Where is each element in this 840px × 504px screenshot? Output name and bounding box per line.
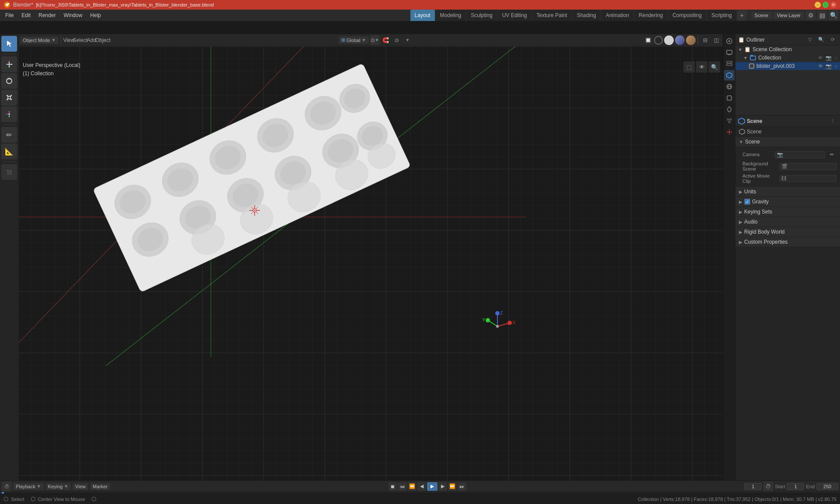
outliner-filter-btn[interactable]: ▽: [805, 35, 815, 45]
outliner-sync-btn[interactable]: ⟳: [828, 35, 837, 45]
collection-camera-icon[interactable]: 📷: [826, 55, 832, 61]
tool-rotate[interactable]: [1, 73, 17, 89]
prev-frame-btn[interactable]: ◀: [417, 482, 426, 491]
custom-props-toggle[interactable]: ▶ Custom Properties: [735, 237, 840, 247]
properties-options-btn[interactable]: ⋮: [828, 116, 837, 126]
proportional-edit-btn[interactable]: ⊙: [392, 35, 402, 45]
show-gizmo-btn[interactable]: 🔲: [643, 35, 653, 45]
view-menu-timeline-btn[interactable]: View: [73, 483, 88, 490]
view-layer-selector[interactable]: View Layer: [774, 12, 804, 19]
keying-sets-section-toggle[interactable]: ▶ Keying Sets: [735, 207, 840, 217]
background-scene-value[interactable]: 🎬: [779, 163, 836, 170]
stop-btn[interactable]: ⏹: [388, 482, 397, 491]
start-frame-input[interactable]: [787, 483, 804, 490]
tab-rendering[interactable]: Rendering: [634, 10, 667, 21]
tab-texture-paint[interactable]: Texture Paint: [532, 10, 571, 21]
playback-menu-btn[interactable]: Playback ▼: [13, 483, 44, 490]
viewport-view-btn[interactable]: 👁: [696, 61, 707, 73]
outliner-item-collection[interactable]: ▼ Collection 👁 📷 ○: [735, 53, 840, 62]
rigid-body-world-toggle[interactable]: ▶ Rigid Body World: [735, 227, 840, 237]
close-button[interactable]: ✕: [830, 2, 836, 8]
menu-window[interactable]: Window: [60, 10, 86, 20]
tool-add-cube[interactable]: ⬛: [1, 164, 17, 180]
tool-scale[interactable]: [1, 90, 17, 105]
shading-solid-btn[interactable]: [664, 35, 674, 45]
menu-file[interactable]: File: [2, 10, 17, 20]
units-section-toggle[interactable]: ▶ Units: [735, 187, 840, 197]
tab-sculpting[interactable]: Sculpting: [466, 10, 497, 21]
shading-material-btn[interactable]: [675, 35, 685, 45]
tab-layout[interactable]: Layout: [410, 10, 435, 21]
shading-wireframe-btn[interactable]: [654, 36, 663, 45]
pivot-point-btn[interactable]: ⊙ ▼: [370, 35, 380, 45]
next-keyframe-btn[interactable]: ⏩: [448, 482, 457, 491]
movie-clip-value[interactable]: 🎞: [779, 175, 836, 182]
maximize-button[interactable]: □: [822, 2, 829, 8]
camera-value[interactable]: 📷: [775, 151, 825, 158]
keying-menu-btn[interactable]: Keying ▼: [46, 483, 71, 490]
tab-shading[interactable]: Shading: [572, 10, 600, 21]
view-menu-btn[interactable]: View: [64, 35, 74, 45]
props-modifier-icon[interactable]: [724, 104, 735, 115]
tab-animation[interactable]: Animation: [601, 10, 633, 21]
outliner-item-scene-collection[interactable]: ▼ 📋 Scene Collection: [735, 46, 840, 53]
tab-compositing[interactable]: Compositing: [668, 10, 706, 21]
shading-render-btn[interactable]: [686, 35, 696, 45]
props-particles-icon[interactable]: [724, 116, 735, 126]
scene-selector[interactable]: Scene: [751, 12, 772, 19]
props-physics-icon[interactable]: [724, 127, 735, 137]
transform-orientation[interactable]: ⊞ Global ▼: [339, 36, 369, 44]
timeline-type-btn[interactable]: ⏱: [2, 482, 11, 491]
select-menu-btn[interactable]: Select: [75, 35, 85, 45]
jump-start-btn[interactable]: ⏮: [398, 482, 407, 491]
minimize-button[interactable]: −: [815, 2, 821, 8]
scene-section-toggle[interactable]: ▼ Scene: [735, 137, 840, 147]
props-object-icon[interactable]: [724, 93, 735, 103]
viewport-3d[interactable]: X Y Z User Perspective (Local) (1) Colle…: [18, 46, 723, 480]
tab-uv-editing[interactable]: UV Editing: [498, 10, 532, 21]
object-mode-selector[interactable]: Object Mode ▼: [20, 37, 58, 44]
overlays-btn[interactable]: ⊟: [700, 35, 710, 45]
gravity-section-toggle[interactable]: ▶ ✓ Gravity: [735, 197, 840, 207]
props-scene-icon[interactable]: [724, 70, 735, 80]
props-world-icon[interactable]: [724, 81, 735, 92]
props-output-icon[interactable]: [724, 47, 735, 58]
current-frame-input[interactable]: [744, 483, 762, 490]
tab-modeling[interactable]: Modeling: [436, 10, 466, 21]
menu-render[interactable]: Render: [35, 10, 59, 20]
menu-edit[interactable]: Edit: [18, 10, 34, 20]
scene-props-button[interactable]: ⚙: [806, 10, 816, 20]
collection-render-icon[interactable]: ○: [834, 55, 837, 60]
outliner-item-object[interactable]: blister_pivot.003 👁 📷 ○: [735, 62, 840, 70]
snap-button[interactable]: 🧲: [381, 35, 391, 45]
audio-section-toggle[interactable]: ▶ Audio: [735, 217, 840, 227]
object-visibility-icon[interactable]: 👁: [818, 63, 823, 69]
play-btn[interactable]: ▶: [427, 482, 438, 491]
object-menu-btn[interactable]: Object: [98, 35, 108, 45]
search-button[interactable]: 🔍: [829, 10, 838, 20]
props-render-icon[interactable]: [724, 36, 735, 46]
end-frame-input[interactable]: [816, 483, 838, 490]
camera-edit-btn[interactable]: ✏: [827, 150, 836, 159]
tool-move[interactable]: [1, 56, 17, 72]
viewport-snap-btn[interactable]: 🔍: [709, 61, 720, 73]
tool-annotate[interactable]: ✏: [1, 127, 17, 143]
marker-menu-btn[interactable]: Marker: [90, 483, 110, 490]
screen-split-button[interactable]: ▤: [817, 10, 827, 20]
outliner-search-btn[interactable]: 🔍: [816, 35, 826, 45]
tool-transform[interactable]: [1, 106, 17, 122]
tool-select[interactable]: [1, 36, 17, 52]
jump-end-btn[interactable]: ⏭: [458, 482, 466, 491]
tool-measure[interactable]: 📐: [1, 144, 17, 159]
xray-btn[interactable]: ◫: [711, 35, 721, 45]
proportional-edit-mode[interactable]: ▼: [403, 35, 413, 45]
frame-time-toggle[interactable]: ⏱: [763, 482, 773, 491]
gravity-checkbox[interactable]: ✓: [744, 199, 750, 205]
tab-scripting[interactable]: Scripting: [707, 10, 736, 21]
props-view-layer-icon[interactable]: [724, 59, 735, 69]
viewport-overlays-btn[interactable]: ⬚: [683, 61, 695, 73]
object-camera-render-icon[interactable]: ○: [834, 63, 837, 69]
collection-visibility-icon[interactable]: 👁: [818, 55, 823, 60]
add-workspace-button[interactable]: +: [737, 10, 747, 20]
prev-keyframe-btn[interactable]: ⏪: [408, 482, 416, 491]
